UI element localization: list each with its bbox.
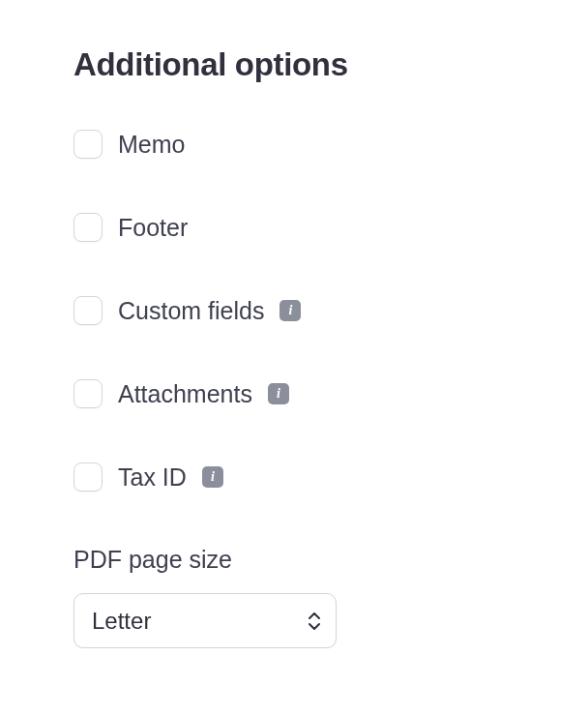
option-row-footer: Footer xyxy=(74,213,588,242)
checkbox-label-memo: Memo xyxy=(118,131,185,159)
checkbox-label-attachments: Attachments xyxy=(118,380,252,408)
pdf-page-size-select-wrapper: Letter xyxy=(74,593,337,648)
option-row-attachments: Attachments i xyxy=(74,379,588,408)
info-icon[interactable]: i xyxy=(279,300,301,321)
info-icon[interactable]: i xyxy=(268,383,289,404)
checkbox-label-custom-fields: Custom fields xyxy=(118,297,264,325)
section-title: Additional options xyxy=(74,46,588,83)
checkbox-custom-fields[interactable] xyxy=(74,296,103,325)
checkbox-attachments[interactable] xyxy=(74,379,103,408)
checkbox-label-footer: Footer xyxy=(118,214,188,242)
pdf-page-size-label: PDF page size xyxy=(74,546,588,574)
checkbox-memo[interactable] xyxy=(74,130,103,159)
checkbox-tax-id[interactable] xyxy=(74,462,103,492)
checkbox-label-tax-id: Tax ID xyxy=(118,463,187,492)
option-row-tax-id: Tax ID i xyxy=(74,462,588,492)
option-row-custom-fields: Custom fields i xyxy=(74,296,588,325)
checkbox-footer[interactable] xyxy=(74,213,103,242)
option-row-memo: Memo xyxy=(74,130,588,159)
info-icon[interactable]: i xyxy=(202,466,223,488)
pdf-page-size-select[interactable]: Letter xyxy=(74,593,337,648)
